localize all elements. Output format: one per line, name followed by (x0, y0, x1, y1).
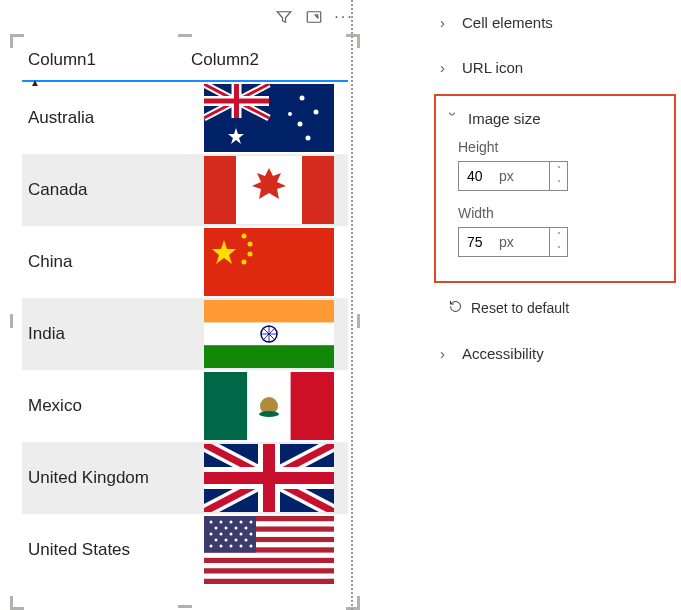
flag-cell (198, 442, 348, 514)
flag-mexico-icon (204, 372, 334, 440)
table-row[interactable]: Canada (22, 154, 348, 226)
country-name-cell: Mexico (22, 394, 198, 418)
table-row[interactable]: United States (22, 514, 348, 586)
chevron-right-icon: › (440, 345, 454, 362)
filter-icon[interactable] (274, 7, 294, 27)
table-row[interactable]: Mexico (22, 370, 348, 442)
format-panel: › Cell elements › URL icon › Image size … (430, 0, 680, 376)
chevron-down-icon: › (445, 112, 462, 126)
section-label: Accessibility (462, 345, 544, 362)
country-name-cell: China (22, 250, 198, 274)
chevron-right-icon: › (440, 59, 454, 76)
flag-canada-icon (204, 156, 334, 224)
column-header-2[interactable]: Column2 (185, 46, 348, 74)
selection-handle[interactable] (10, 596, 24, 610)
column-header-1[interactable]: Column1 ▲ (22, 46, 185, 74)
width-step-down[interactable]: ˅ (550, 242, 567, 256)
width-unit: px (499, 234, 549, 250)
selection-handle[interactable] (178, 605, 192, 608)
flag-cell (198, 226, 348, 298)
data-table: Column1 ▲ Column2 AustraliaCanadaChinaIn… (22, 46, 348, 586)
flag-cell (198, 298, 348, 370)
table-row[interactable]: India (22, 298, 348, 370)
reset-to-default[interactable]: Reset to default (430, 293, 680, 331)
country-name-cell: Australia (22, 106, 198, 130)
table-row[interactable]: United Kingdom (22, 442, 348, 514)
width-label: Width (436, 199, 674, 225)
height-input[interactable] (459, 162, 499, 190)
height-label: Height (436, 133, 674, 159)
section-image-size[interactable]: › Image size (436, 96, 674, 133)
highlight-image-size: › Image size Height px ˄ ˅ Width px ˄ ˅ (434, 94, 676, 283)
selection-handle[interactable] (178, 34, 192, 37)
reset-label: Reset to default (471, 300, 569, 316)
flag-uk-icon (204, 444, 334, 512)
selection-handle[interactable] (357, 314, 360, 328)
section-accessibility[interactable]: › Accessibility (430, 331, 680, 376)
sort-ascending-icon: ▲ (30, 77, 40, 88)
column-header-2-label: Column2 (191, 50, 259, 69)
visual-boundary-right (351, 0, 353, 610)
section-label: Image size (468, 110, 541, 127)
height-spinner[interactable]: px ˄ ˅ (458, 161, 568, 191)
flag-australia-icon (204, 84, 334, 152)
flag-cell (198, 514, 348, 586)
selection-handle[interactable] (346, 34, 360, 48)
table-row[interactable]: Australia (22, 82, 348, 154)
width-input[interactable] (459, 228, 499, 256)
country-name-cell: Canada (22, 178, 198, 202)
height-step-up[interactable]: ˄ (550, 162, 567, 176)
flag-usa-icon (204, 516, 334, 584)
section-cell-elements[interactable]: › Cell elements (430, 0, 680, 45)
flag-cell (198, 154, 348, 226)
table-row[interactable]: China (22, 226, 348, 298)
svg-rect-0 (307, 12, 321, 23)
selection-handle[interactable] (346, 596, 360, 610)
flag-cell (198, 82, 348, 154)
focus-mode-icon[interactable] (304, 7, 324, 27)
section-label: Cell elements (462, 14, 553, 31)
country-name-cell: India (22, 322, 198, 346)
flag-india-icon (204, 300, 334, 368)
visual-toolbar: ··· (274, 0, 354, 34)
height-unit: px (499, 168, 549, 184)
flag-cell (198, 370, 348, 442)
section-url-icon[interactable]: › URL icon (430, 45, 680, 90)
flag-china-icon (204, 228, 334, 296)
section-label: URL icon (462, 59, 523, 76)
chevron-right-icon: › (440, 14, 454, 31)
width-step-up[interactable]: ˄ (550, 228, 567, 242)
country-name-cell: United Kingdom (22, 466, 198, 490)
height-step-down[interactable]: ˅ (550, 176, 567, 190)
column-header-1-label: Column1 (28, 50, 96, 69)
table-header-row: Column1 ▲ Column2 (22, 46, 348, 82)
selection-handle[interactable] (10, 314, 13, 328)
width-spinner[interactable]: px ˄ ˅ (458, 227, 568, 257)
country-name-cell: United States (22, 538, 198, 562)
reset-icon (448, 299, 463, 317)
